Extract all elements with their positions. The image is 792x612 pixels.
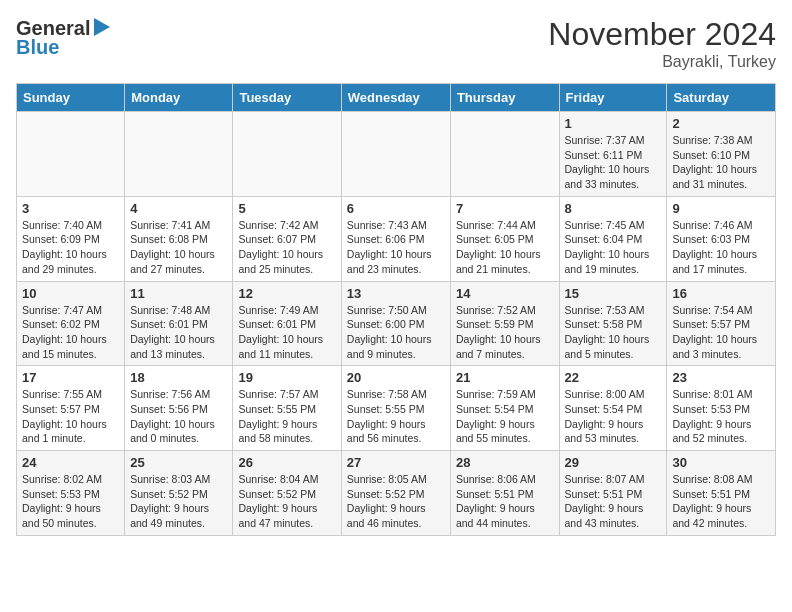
- weekday-header-monday: Monday: [125, 84, 233, 112]
- day-info: Sunrise: 7:55 AM Sunset: 5:57 PM Dayligh…: [22, 387, 119, 446]
- calendar-cell: 2Sunrise: 7:38 AM Sunset: 6:10 PM Daylig…: [667, 112, 776, 197]
- calendar-cell: 20Sunrise: 7:58 AM Sunset: 5:55 PM Dayli…: [341, 366, 450, 451]
- day-info: Sunrise: 7:46 AM Sunset: 6:03 PM Dayligh…: [672, 218, 770, 277]
- calendar-cell: 17Sunrise: 7:55 AM Sunset: 5:57 PM Dayli…: [17, 366, 125, 451]
- calendar-cell: [233, 112, 341, 197]
- day-info: Sunrise: 7:40 AM Sunset: 6:09 PM Dayligh…: [22, 218, 119, 277]
- weekday-header-wednesday: Wednesday: [341, 84, 450, 112]
- calendar-cell: [125, 112, 233, 197]
- day-info: Sunrise: 8:06 AM Sunset: 5:51 PM Dayligh…: [456, 472, 554, 531]
- day-info: Sunrise: 7:50 AM Sunset: 6:00 PM Dayligh…: [347, 303, 445, 362]
- calendar-cell: 16Sunrise: 7:54 AM Sunset: 5:57 PM Dayli…: [667, 281, 776, 366]
- calendar-cell: 5Sunrise: 7:42 AM Sunset: 6:07 PM Daylig…: [233, 196, 341, 281]
- day-number: 4: [130, 201, 227, 216]
- day-info: Sunrise: 7:43 AM Sunset: 6:06 PM Dayligh…: [347, 218, 445, 277]
- day-number: 7: [456, 201, 554, 216]
- calendar-cell: 18Sunrise: 7:56 AM Sunset: 5:56 PM Dayli…: [125, 366, 233, 451]
- calendar-cell: 12Sunrise: 7:49 AM Sunset: 6:01 PM Dayli…: [233, 281, 341, 366]
- calendar-week-row: 3Sunrise: 7:40 AM Sunset: 6:09 PM Daylig…: [17, 196, 776, 281]
- title-block: November 2024 Bayrakli, Turkey: [548, 16, 776, 71]
- day-info: Sunrise: 8:02 AM Sunset: 5:53 PM Dayligh…: [22, 472, 119, 531]
- day-info: Sunrise: 8:08 AM Sunset: 5:51 PM Dayligh…: [672, 472, 770, 531]
- day-number: 28: [456, 455, 554, 470]
- day-number: 5: [238, 201, 335, 216]
- day-info: Sunrise: 7:41 AM Sunset: 6:08 PM Dayligh…: [130, 218, 227, 277]
- calendar-cell: 29Sunrise: 8:07 AM Sunset: 5:51 PM Dayli…: [559, 451, 667, 536]
- day-number: 12: [238, 286, 335, 301]
- day-number: 25: [130, 455, 227, 470]
- day-info: Sunrise: 7:54 AM Sunset: 5:57 PM Dayligh…: [672, 303, 770, 362]
- logo-blue-text: Blue: [16, 36, 59, 59]
- calendar-week-row: 17Sunrise: 7:55 AM Sunset: 5:57 PM Dayli…: [17, 366, 776, 451]
- calendar-cell: 11Sunrise: 7:48 AM Sunset: 6:01 PM Dayli…: [125, 281, 233, 366]
- day-info: Sunrise: 7:53 AM Sunset: 5:58 PM Dayligh…: [565, 303, 662, 362]
- calendar-cell: 10Sunrise: 7:47 AM Sunset: 6:02 PM Dayli…: [17, 281, 125, 366]
- day-info: Sunrise: 8:01 AM Sunset: 5:53 PM Dayligh…: [672, 387, 770, 446]
- day-info: Sunrise: 7:38 AM Sunset: 6:10 PM Dayligh…: [672, 133, 770, 192]
- day-number: 23: [672, 370, 770, 385]
- weekday-header-sunday: Sunday: [17, 84, 125, 112]
- day-info: Sunrise: 8:03 AM Sunset: 5:52 PM Dayligh…: [130, 472, 227, 531]
- day-number: 3: [22, 201, 119, 216]
- day-info: Sunrise: 7:45 AM Sunset: 6:04 PM Dayligh…: [565, 218, 662, 277]
- calendar-cell: 15Sunrise: 7:53 AM Sunset: 5:58 PM Dayli…: [559, 281, 667, 366]
- page-title: November 2024: [548, 16, 776, 53]
- day-info: Sunrise: 7:37 AM Sunset: 6:11 PM Dayligh…: [565, 133, 662, 192]
- calendar-cell: 7Sunrise: 7:44 AM Sunset: 6:05 PM Daylig…: [450, 196, 559, 281]
- day-number: 6: [347, 201, 445, 216]
- day-info: Sunrise: 7:44 AM Sunset: 6:05 PM Dayligh…: [456, 218, 554, 277]
- calendar-cell: 9Sunrise: 7:46 AM Sunset: 6:03 PM Daylig…: [667, 196, 776, 281]
- calendar-cell: [17, 112, 125, 197]
- day-number: 8: [565, 201, 662, 216]
- day-info: Sunrise: 7:42 AM Sunset: 6:07 PM Dayligh…: [238, 218, 335, 277]
- svg-marker-0: [94, 18, 110, 36]
- day-info: Sunrise: 7:48 AM Sunset: 6:01 PM Dayligh…: [130, 303, 227, 362]
- calendar-cell: 21Sunrise: 7:59 AM Sunset: 5:54 PM Dayli…: [450, 366, 559, 451]
- day-number: 22: [565, 370, 662, 385]
- day-info: Sunrise: 7:52 AM Sunset: 5:59 PM Dayligh…: [456, 303, 554, 362]
- logo-flag-icon: [94, 18, 110, 40]
- calendar-cell: 24Sunrise: 8:02 AM Sunset: 5:53 PM Dayli…: [17, 451, 125, 536]
- day-number: 20: [347, 370, 445, 385]
- day-number: 9: [672, 201, 770, 216]
- logo: General Blue: [16, 16, 110, 59]
- day-info: Sunrise: 7:56 AM Sunset: 5:56 PM Dayligh…: [130, 387, 227, 446]
- day-info: Sunrise: 8:07 AM Sunset: 5:51 PM Dayligh…: [565, 472, 662, 531]
- day-number: 13: [347, 286, 445, 301]
- day-number: 29: [565, 455, 662, 470]
- calendar-week-row: 1Sunrise: 7:37 AM Sunset: 6:11 PM Daylig…: [17, 112, 776, 197]
- day-info: Sunrise: 7:57 AM Sunset: 5:55 PM Dayligh…: [238, 387, 335, 446]
- day-number: 21: [456, 370, 554, 385]
- weekday-header-friday: Friday: [559, 84, 667, 112]
- day-info: Sunrise: 8:04 AM Sunset: 5:52 PM Dayligh…: [238, 472, 335, 531]
- calendar-cell: [450, 112, 559, 197]
- calendar-cell: 26Sunrise: 8:04 AM Sunset: 5:52 PM Dayli…: [233, 451, 341, 536]
- day-info: Sunrise: 8:05 AM Sunset: 5:52 PM Dayligh…: [347, 472, 445, 531]
- day-number: 14: [456, 286, 554, 301]
- day-number: 18: [130, 370, 227, 385]
- weekday-header-thursday: Thursday: [450, 84, 559, 112]
- calendar-week-row: 24Sunrise: 8:02 AM Sunset: 5:53 PM Dayli…: [17, 451, 776, 536]
- calendar-cell: 22Sunrise: 8:00 AM Sunset: 5:54 PM Dayli…: [559, 366, 667, 451]
- calendar-body: 1Sunrise: 7:37 AM Sunset: 6:11 PM Daylig…: [17, 112, 776, 536]
- calendar-week-row: 10Sunrise: 7:47 AM Sunset: 6:02 PM Dayli…: [17, 281, 776, 366]
- day-number: 15: [565, 286, 662, 301]
- day-number: 27: [347, 455, 445, 470]
- calendar-table: SundayMondayTuesdayWednesdayThursdayFrid…: [16, 83, 776, 536]
- calendar-cell: 19Sunrise: 7:57 AM Sunset: 5:55 PM Dayli…: [233, 366, 341, 451]
- day-number: 2: [672, 116, 770, 131]
- day-info: Sunrise: 7:49 AM Sunset: 6:01 PM Dayligh…: [238, 303, 335, 362]
- calendar-cell: 30Sunrise: 8:08 AM Sunset: 5:51 PM Dayli…: [667, 451, 776, 536]
- day-number: 26: [238, 455, 335, 470]
- calendar-cell: 25Sunrise: 8:03 AM Sunset: 5:52 PM Dayli…: [125, 451, 233, 536]
- day-number: 1: [565, 116, 662, 131]
- calendar-cell: 14Sunrise: 7:52 AM Sunset: 5:59 PM Dayli…: [450, 281, 559, 366]
- day-info: Sunrise: 7:59 AM Sunset: 5:54 PM Dayligh…: [456, 387, 554, 446]
- calendar-cell: 27Sunrise: 8:05 AM Sunset: 5:52 PM Dayli…: [341, 451, 450, 536]
- day-number: 19: [238, 370, 335, 385]
- calendar-cell: 1Sunrise: 7:37 AM Sunset: 6:11 PM Daylig…: [559, 112, 667, 197]
- day-info: Sunrise: 8:00 AM Sunset: 5:54 PM Dayligh…: [565, 387, 662, 446]
- calendar-cell: 3Sunrise: 7:40 AM Sunset: 6:09 PM Daylig…: [17, 196, 125, 281]
- day-info: Sunrise: 7:58 AM Sunset: 5:55 PM Dayligh…: [347, 387, 445, 446]
- weekday-header-row: SundayMondayTuesdayWednesdayThursdayFrid…: [17, 84, 776, 112]
